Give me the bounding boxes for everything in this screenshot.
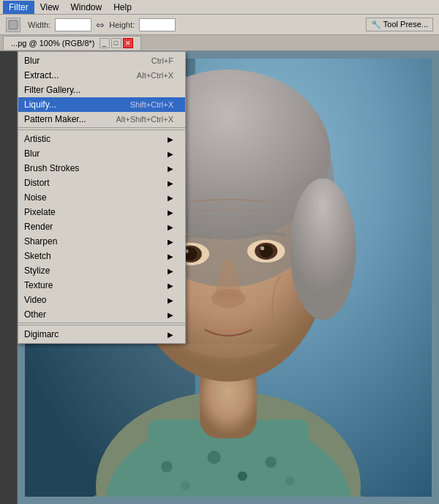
svg-point-26 xyxy=(265,456,277,468)
menu-item-label: Extract... xyxy=(24,70,59,80)
menu-view[interactable]: View xyxy=(34,1,65,14)
menu-item-distort[interactable]: Distort ▶ xyxy=(18,176,185,190)
svg-rect-0 xyxy=(9,20,18,29)
submenu-arrow: ▶ xyxy=(168,252,173,260)
menu-item-liquify[interactable]: Liquify... Shift+Ctrl+X xyxy=(18,97,185,112)
submenu-arrow: ▶ xyxy=(168,150,173,158)
svg-point-21 xyxy=(211,289,246,308)
menu-separator-2 xyxy=(18,325,185,326)
menu-item-label: Distort xyxy=(24,178,50,188)
width-input[interactable] xyxy=(55,18,91,31)
menu-item-pixelate[interactable]: Pixelate ▶ xyxy=(18,205,185,219)
minimize-button[interactable]: _ xyxy=(100,38,110,48)
menu-help[interactable]: Help xyxy=(108,1,138,14)
tool-icon xyxy=(6,18,20,32)
menu-item-label: Stylize xyxy=(24,266,50,276)
submenu-arrow: ▶ xyxy=(168,311,173,319)
menu-item-label: Sketch xyxy=(24,251,51,261)
submenu-arrow: ▶ xyxy=(168,267,173,275)
menu-item-stylize[interactable]: Stylize ▶ xyxy=(18,263,185,278)
svg-point-20 xyxy=(260,247,264,250)
menu-item-label: Other xyxy=(24,309,46,320)
liquify-shortcut: Shift+Ctrl+X xyxy=(108,100,173,109)
menu-item-render[interactable]: Render ▶ xyxy=(18,219,185,234)
menu-item-label: Noise xyxy=(24,192,47,203)
menu-item-artistic[interactable]: Artistic ▶ xyxy=(18,132,185,146)
menu-item-label: Pattern Maker... xyxy=(24,114,86,124)
submenu-arrow: ▶ xyxy=(168,208,173,217)
menu-item-other[interactable]: Other ▶ xyxy=(18,307,185,323)
menu-item-filter-gallery[interactable]: Filter Gallery... xyxy=(18,83,185,97)
menu-item-pattern-maker[interactable]: Pattern Maker... Alt+Shift+Ctrl+X xyxy=(18,112,185,128)
submenu-arrow: ▶ xyxy=(168,223,173,231)
doc-tab-bar: ...pg @ 100% (RGB/8*) _ □ ✕ xyxy=(0,35,439,51)
submenu-arrow: ▶ xyxy=(168,331,173,339)
submenu-arrow: ▶ xyxy=(168,179,173,187)
menu-window[interactable]: Window xyxy=(64,1,108,14)
svg-point-24 xyxy=(208,451,221,464)
menu-separator-1 xyxy=(18,129,185,130)
menu-item-blur-top[interactable]: Blur Ctrl+F xyxy=(18,53,185,68)
svg-point-19 xyxy=(260,244,273,257)
menu-item-noise[interactable]: Noise ▶ xyxy=(18,190,185,205)
tool-preset-icon: 🔧 xyxy=(371,20,381,29)
menu-item-label: Artistic xyxy=(24,134,50,144)
menu-item-sharpen[interactable]: Sharpen ▶ xyxy=(18,234,185,249)
height-label: Height: xyxy=(109,20,135,29)
menu-item-label: Blur xyxy=(24,148,40,159)
menu-item-label: Brush Strokes xyxy=(24,163,79,173)
menu-item-blur[interactable]: Blur ▶ xyxy=(18,146,185,161)
submenu-arrow: ▶ xyxy=(168,296,173,304)
menu-item-video[interactable]: Video ▶ xyxy=(18,293,185,307)
main-area: Blur Ctrl+F Extract... Alt+Ctrl+X Filter… xyxy=(0,51,439,504)
tool-panel xyxy=(0,51,18,504)
submenu-arrow: ▶ xyxy=(168,165,173,173)
extract-shortcut: Alt+Ctrl+X xyxy=(115,71,173,80)
doc-tab-label: ...pg @ 100% (RGB/8*) xyxy=(11,39,95,48)
canvas-area: Blur Ctrl+F Extract... Alt+Ctrl+X Filter… xyxy=(18,51,439,504)
menu-filter[interactable]: Filter xyxy=(3,1,34,14)
menu-item-digimarc[interactable]: Digimarc ▶ xyxy=(18,327,185,342)
menu-item-label: Texture xyxy=(24,280,53,290)
menu-item-label: Blur xyxy=(24,56,40,66)
filter-dropdown-menu: Blur Ctrl+F Extract... Alt+Ctrl+X Filter… xyxy=(18,51,186,344)
doc-tab-controls: _ □ ✕ xyxy=(100,38,133,48)
menu-item-label: Render xyxy=(24,222,53,232)
menu-item-texture[interactable]: Texture ▶ xyxy=(18,278,185,293)
submenu-arrow: ▶ xyxy=(168,238,173,246)
submenu-arrow: ▶ xyxy=(168,194,173,202)
tool-preset-button[interactable]: 🔧 Tool Prese... xyxy=(366,18,433,31)
link-icon: ⇔ xyxy=(96,19,105,31)
svg-point-27 xyxy=(285,476,295,486)
submenu-arrow: ▶ xyxy=(168,282,173,290)
menu-item-label: Video xyxy=(24,295,46,305)
menu-item-label: Pixelate xyxy=(24,207,56,217)
menu-item-sketch[interactable]: Sketch ▶ xyxy=(18,249,185,263)
menu-item-extract[interactable]: Extract... Alt+Ctrl+X xyxy=(18,68,185,83)
svg-point-23 xyxy=(181,481,190,491)
menu-item-label: Liquify... xyxy=(24,99,56,110)
svg-point-25 xyxy=(238,472,247,481)
svg-point-12 xyxy=(290,178,356,320)
doc-tab[interactable]: ...pg @ 100% (RGB/8*) _ □ ✕ xyxy=(3,36,141,50)
submenu-arrow: ▶ xyxy=(168,135,173,143)
maximize-button[interactable]: □ xyxy=(111,38,121,48)
width-label: Width: xyxy=(28,20,50,29)
menu-item-label: Sharpen xyxy=(24,236,57,247)
close-button[interactable]: ✕ xyxy=(123,38,133,48)
menu-item-label: Digimarc xyxy=(24,329,59,339)
options-bar: Width: ⇔ Height: 🔧 Tool Prese... xyxy=(0,15,439,35)
menu-bar: Filter View Window Help xyxy=(0,0,439,15)
svg-point-22 xyxy=(161,461,173,473)
menu-item-label: Filter Gallery... xyxy=(24,85,80,95)
pattern-shortcut: Alt+Shift+Ctrl+X xyxy=(94,115,173,124)
menu-item-brush-strokes[interactable]: Brush Strokes ▶ xyxy=(18,161,185,176)
blur-shortcut: Ctrl+F xyxy=(130,56,173,65)
height-input[interactable] xyxy=(139,18,176,31)
